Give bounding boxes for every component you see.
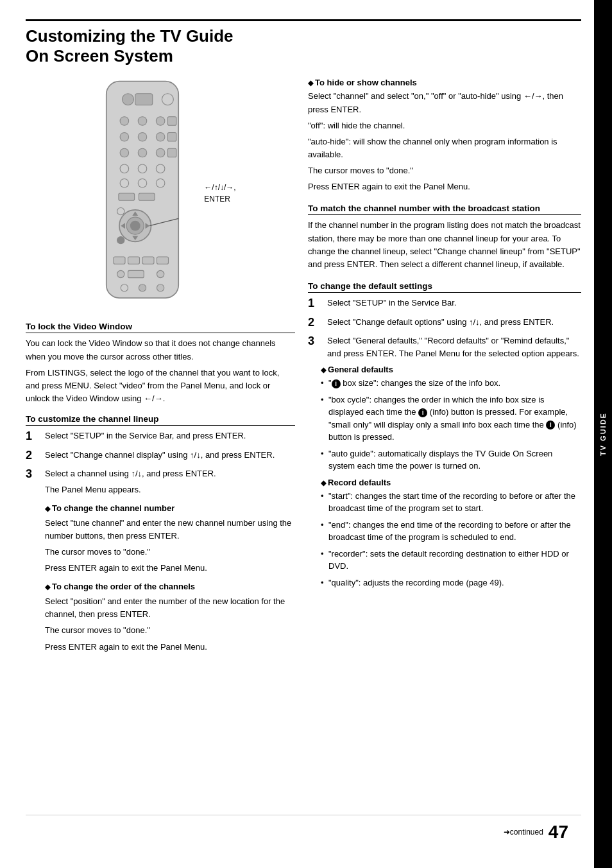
hide-show-header: To hide or show channels — [308, 78, 581, 87]
default-step-2: 2 Select "Change default options" using … — [308, 316, 581, 330]
change-channel-number-section: To change the channel number Select "tun… — [45, 502, 295, 575]
hide-show-p3: "auto-hide": will show the channel only … — [308, 135, 581, 161]
remote-arrow-label: ←/↑/↓/→, — [204, 183, 235, 192]
page-title: Customizing the TV Guide On Screen Syste… — [26, 19, 581, 66]
match-header: To match the channel number with the bro… — [308, 204, 581, 215]
change-order-text: Select "position" and enter the number o… — [45, 595, 295, 621]
svg-point-8 — [120, 133, 129, 142]
record-defaults-header: Record defaults — [321, 478, 581, 487]
hide-show-p5: Press ENTER again to exit the Panel Menu… — [308, 180, 581, 193]
side-tab: TV GUIDE — [594, 0, 612, 868]
change-order-header: To change the order of the channels — [45, 580, 295, 593]
change-order-section: To change the order of the channels Sele… — [45, 580, 295, 654]
record-defaults-item-3: "recorder": sets the default recording d… — [321, 548, 581, 573]
lock-video-header: To lock the Video Window — [26, 322, 295, 333]
svg-rect-7 — [168, 117, 177, 126]
lock-p1: You can lock the Video Window so that it… — [26, 337, 295, 363]
default-step-3: 3 Select "General defaults," "Record def… — [308, 334, 581, 360]
svg-rect-2 — [135, 94, 153, 105]
customize-header: To customize the channel lineup — [26, 414, 295, 426]
svg-point-5 — [139, 117, 148, 126]
page-footer: ➜continued 47 — [26, 815, 581, 849]
svg-point-4 — [120, 117, 129, 126]
svg-point-40 — [157, 271, 164, 278]
general-defaults-item-3: "auto guide": automatically displays the… — [321, 447, 581, 473]
default-header: To change the default settings — [308, 281, 581, 293]
svg-point-6 — [157, 117, 166, 126]
record-defaults-item-1: "start": changes the start time of the r… — [321, 490, 581, 515]
footer-page-number: 47 — [548, 822, 568, 842]
default-steps: 1 Select "SETUP" in the Service Bar. 2 S… — [308, 297, 581, 360]
hide-show-p4: The cursor moves to "done." — [308, 164, 581, 177]
svg-rect-35 — [128, 257, 140, 264]
svg-point-38 — [117, 271, 124, 278]
match-p1: If the channel number in the program lis… — [308, 219, 581, 271]
customize-step-2: 2 Select "Change channel display" using … — [26, 449, 295, 463]
svg-point-10 — [157, 133, 166, 142]
remote-image: ←/↑/↓/→, ENTER — [26, 78, 295, 309]
customize-steps: 1 Select "SETUP" in the Service Bar, and… — [26, 430, 295, 657]
svg-rect-15 — [168, 149, 177, 158]
footer-continued: ➜continued — [504, 828, 543, 837]
left-column: ←/↑/↓/→, ENTER To lock the Video Window … — [26, 78, 295, 815]
svg-rect-22 — [119, 193, 135, 200]
svg-point-9 — [139, 133, 148, 142]
svg-point-43 — [157, 284, 164, 291]
change-channel-number-text: Select "tune channel" and enter the new … — [45, 517, 295, 542]
customize-step-3: 3 Select a channel using ↑/↓, and press … — [26, 467, 295, 656]
svg-rect-0 — [106, 82, 179, 299]
info-icon-2: i — [418, 408, 427, 417]
right-column: To hide or show channels Select "channel… — [308, 78, 581, 815]
record-defaults-item-4: "quality": adjusts the recording mode (p… — [321, 577, 581, 589]
info-icon-1: i — [332, 379, 341, 388]
general-defaults-item-2: "box cycle": changes the order in which … — [321, 394, 581, 444]
remote-enter-label: ENTER — [204, 195, 235, 204]
record-defaults-item-2: "end": changes the end time of the recor… — [321, 519, 581, 544]
svg-rect-23 — [139, 193, 155, 200]
lock-p2: From LISTINGS, select the logo of the ch… — [26, 367, 295, 405]
general-defaults-header: General defaults — [321, 365, 581, 374]
svg-rect-34 — [114, 257, 125, 264]
general-defaults-list: "i box size": changes the size of the in… — [321, 377, 581, 473]
general-defaults-section: General defaults "i box size": changes t… — [308, 365, 581, 589]
svg-point-13 — [139, 149, 148, 158]
svg-point-42 — [139, 284, 146, 291]
hide-show-p1: Select "channel" and select "on," "off" … — [308, 90, 581, 116]
record-defaults-list: "start": changes the start time of the r… — [321, 490, 581, 589]
svg-rect-37 — [157, 257, 169, 264]
svg-rect-11 — [168, 133, 177, 142]
svg-rect-39 — [128, 271, 144, 278]
general-defaults-item-1: "i box size": changes the size of the in… — [321, 377, 581, 390]
info-icon-3: i — [546, 421, 555, 430]
svg-point-26 — [130, 221, 140, 231]
svg-point-33 — [117, 237, 124, 244]
change-channel-number-header: To change the channel number — [45, 502, 295, 515]
svg-rect-36 — [142, 257, 154, 264]
svg-point-14 — [157, 149, 166, 158]
customize-step-1: 1 Select "SETUP" in the Service Bar, and… — [26, 430, 295, 444]
svg-point-12 — [120, 149, 129, 158]
hide-show-p2: "off": will hide the channel. — [308, 119, 581, 132]
svg-point-1 — [123, 94, 134, 105]
default-step-1: 1 Select "SETUP" in the Service Bar. — [308, 297, 581, 311]
